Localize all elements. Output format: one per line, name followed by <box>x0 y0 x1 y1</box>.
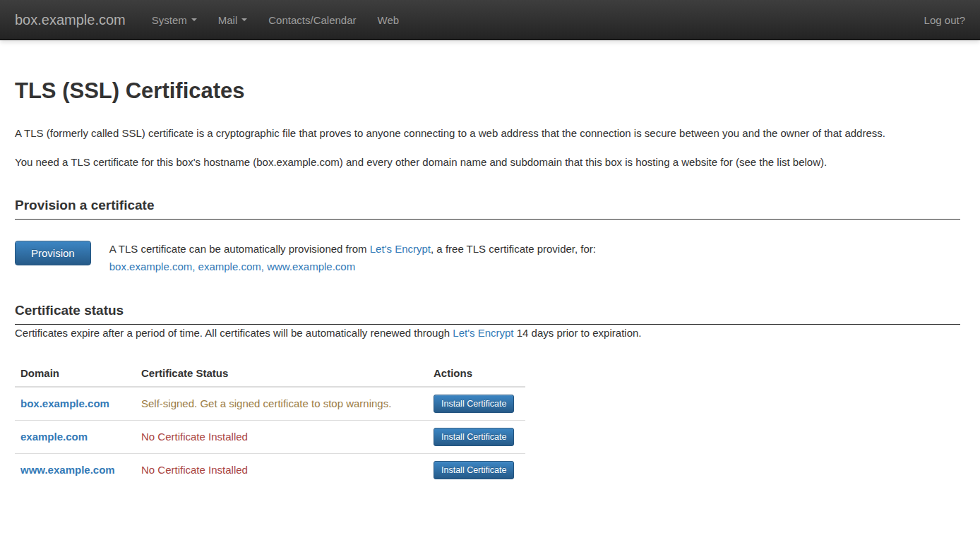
provision-row: Provision A TLS certificate can be autom… <box>15 241 960 276</box>
page-title: TLS (SSL) Certificates <box>15 78 960 104</box>
navbar-menu: System Mail Contacts/Calendar Web <box>141 0 410 40</box>
table-row: box.example.com Self-signed. Get a signe… <box>15 387 525 421</box>
nav-item-label: Contacts/Calendar <box>268 14 356 26</box>
status-text-after-link: 14 days prior to expiration. <box>514 327 642 339</box>
intro-paragraph-2: You need a TLS certificate for this box'… <box>15 154 960 171</box>
lets-encrypt-link[interactable]: Let's Encrypt <box>453 327 513 339</box>
column-header-domain: Domain <box>15 361 136 387</box>
status-description: Certificates expire after a period of ti… <box>15 325 960 342</box>
nav-item-mail[interactable]: Mail <box>208 0 258 40</box>
nav-item-label: Web <box>378 14 400 26</box>
install-certificate-button[interactable]: Install Certificate <box>434 395 514 413</box>
nav-item-contacts-calendar[interactable]: Contacts/Calendar <box>258 0 366 40</box>
nav-item-system[interactable]: System <box>141 0 208 40</box>
nav-item-web[interactable]: Web <box>367 0 410 40</box>
status-section-heading: Certificate status <box>15 303 960 325</box>
certificate-status-text: No Certificate Installed <box>141 431 248 443</box>
chevron-down-icon <box>191 18 197 21</box>
column-header-actions: Actions <box>428 361 525 387</box>
certificate-status-text: No Certificate Installed <box>141 464 248 476</box>
main-content: TLS (SSL) Certificates A TLS (formerly c… <box>0 78 980 500</box>
install-certificate-button[interactable]: Install Certificate <box>434 461 514 479</box>
table-row: www.example.com No Certificate Installed… <box>15 453 525 486</box>
column-header-certificate-status: Certificate Status <box>136 361 428 387</box>
domain-link[interactable]: box.example.com <box>20 397 109 409</box>
lets-encrypt-link[interactable]: Let's Encrypt <box>370 243 431 255</box>
provision-domain-list: box.example.com, example.com, www.exampl… <box>109 258 596 276</box>
install-certificate-button[interactable]: Install Certificate <box>434 428 514 446</box>
nav-item-label: System <box>152 14 187 26</box>
certificate-status-table: Domain Certificate Status Actions box.ex… <box>15 361 525 486</box>
intro-paragraph-1: A TLS (formerly called SSL) certificate … <box>15 125 960 142</box>
chevron-down-icon <box>241 18 247 21</box>
provision-text-before-link: A TLS certificate can be automatically p… <box>109 243 370 255</box>
provision-text-after-link: , a free TLS certificate provider, for: <box>431 243 596 255</box>
certificate-status-text: Self-signed. Get a signed certificate to… <box>141 397 391 409</box>
table-row: example.com No Certificate Installed Ins… <box>15 420 525 453</box>
provision-description-line1: A TLS certificate can be automatically p… <box>109 241 596 258</box>
domain-link[interactable]: example.com <box>20 431 88 443</box>
provision-button[interactable]: Provision <box>15 241 91 265</box>
top-navbar: box.example.com System Mail Contacts/Cal… <box>0 0 980 40</box>
provision-section-heading: Provision a certificate <box>15 198 960 220</box>
logout-link[interactable]: Log out? <box>924 14 965 26</box>
table-header-row: Domain Certificate Status Actions <box>15 361 525 387</box>
domain-link[interactable]: www.example.com <box>20 464 115 476</box>
status-text-before-link: Certificates expire after a period of ti… <box>15 327 453 339</box>
navbar-brand[interactable]: box.example.com <box>15 12 126 28</box>
nav-item-label: Mail <box>218 14 238 26</box>
provision-description: A TLS certificate can be automatically p… <box>109 241 596 276</box>
